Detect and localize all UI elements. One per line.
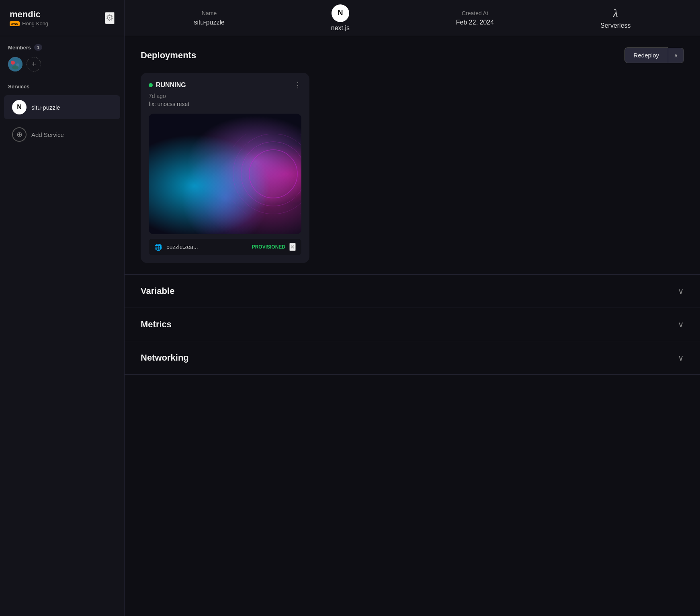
services-label: Services [8,84,30,90]
svg-point-3 [12,65,18,69]
framework-avatar-letter: N [338,9,343,17]
metrics-title: Metrics [141,319,172,330]
url-text: puzzle.zea... [166,244,248,250]
gradient-blob [149,114,301,234]
svg-point-6 [233,134,301,214]
deployments-title: Deployments [141,50,196,61]
deployments-controls: Redeploy ∧ [624,47,684,63]
members-label: Members [8,45,31,51]
name-label: Name [202,10,217,16]
variable-title: Variable [141,286,174,296]
url-row: 🌐 puzzle.zea... PROVISIONED ✕ [149,239,301,255]
arc-svg [233,134,301,214]
header-col-runtime: λ Serverless [600,7,631,29]
framework-avatar: N [332,4,349,22]
lambda-icon: λ [613,7,618,20]
globe-icon: 🌐 [154,243,162,251]
svg-point-4 [249,150,297,198]
framework-name: next.js [331,24,350,32]
networking-chevron-icon: ∨ [678,353,684,363]
status-dot [149,83,153,87]
deployment-time: 7d ago [149,93,301,99]
add-service-icon: ⊕ [12,127,27,142]
redeploy-dropdown-button[interactable]: ∧ [668,48,684,63]
aws-badge: aws [10,21,20,26]
svg-point-7 [233,134,301,214]
services-section-title: Services [0,80,124,94]
content-area: Deployments Redeploy ∧ RUNNING [125,36,700,616]
deployment-card: RUNNING ⋮ 7d ago fix: unocss reset [141,73,309,263]
members-row: + [0,55,124,80]
add-member-button[interactable]: + [27,57,41,71]
service-name-value: situ-puzzle [194,19,224,26]
add-service-item[interactable]: ⊕ Add Service [4,122,120,147]
running-status: RUNNING [149,82,186,89]
add-service-plus-icon: ⊕ [16,130,23,139]
runtime-value: Serverless [600,22,631,29]
deployments-header: Deployments Redeploy ∧ [141,47,684,63]
sidebar: Members 1 + Services N situ-puzzle [0,36,125,616]
svg-point-1 [11,61,15,65]
sidebar-header: mendic aws Hong Kong ⚙ [0,0,125,36]
header-col-created-at: Created At Feb 22, 2024 [456,10,494,26]
service-icon: N [12,100,27,114]
status-text: RUNNING [156,82,186,89]
header-col-framework: N next.js [331,4,350,32]
brand: mendic aws Hong Kong [10,9,48,27]
variable-section[interactable]: Variable ∨ [125,275,700,308]
service-item-name: situ-puzzle [31,104,60,111]
metrics-chevron-icon: ∨ [678,320,684,329]
header-col-name: Name situ-puzzle [194,10,224,26]
members-count-badge: 1 [34,44,42,51]
region-label: Hong Kong [22,20,48,27]
created-at-label: Created At [462,10,488,16]
networking-title: Networking [141,353,189,363]
deployments-section: Deployments Redeploy ∧ RUNNING [125,36,700,275]
deployment-commit: fix: unocss reset [149,101,301,107]
members-section-title: Members 1 [0,44,124,55]
created-at-value: Feb 22, 2024 [456,19,494,26]
add-service-label: Add Service [31,131,64,138]
top-header: mendic aws Hong Kong ⚙ Name situ-puzzle … [0,0,700,36]
redeploy-button[interactable]: Redeploy [624,47,668,63]
close-url-button[interactable]: ✕ [289,243,296,251]
avatar-svg [8,57,23,71]
member-avatar [8,57,23,71]
settings-button[interactable]: ⚙ [105,12,115,24]
networking-section[interactable]: Networking ∨ [125,341,700,375]
provisioned-badge: PROVISIONED [252,244,285,250]
brand-region: aws Hong Kong [10,20,48,27]
variable-chevron-icon: ∨ [678,286,684,296]
more-menu-button[interactable]: ⋮ [294,81,301,90]
main-layout: Members 1 + Services N situ-puzzle [0,36,700,616]
metrics-section[interactable]: Metrics ∨ [125,308,700,341]
chevron-up-icon: ∧ [674,52,678,59]
service-item[interactable]: N situ-puzzle [4,95,120,119]
deployments-area: RUNNING ⋮ 7d ago fix: unocss reset [141,73,684,263]
brand-name: mendic [10,9,48,20]
header-columns: Name situ-puzzle N next.js Created At Fe… [125,0,700,36]
arc-lines [233,134,301,214]
svg-point-5 [241,142,301,206]
deployment-card-header: RUNNING ⋮ [149,81,301,90]
